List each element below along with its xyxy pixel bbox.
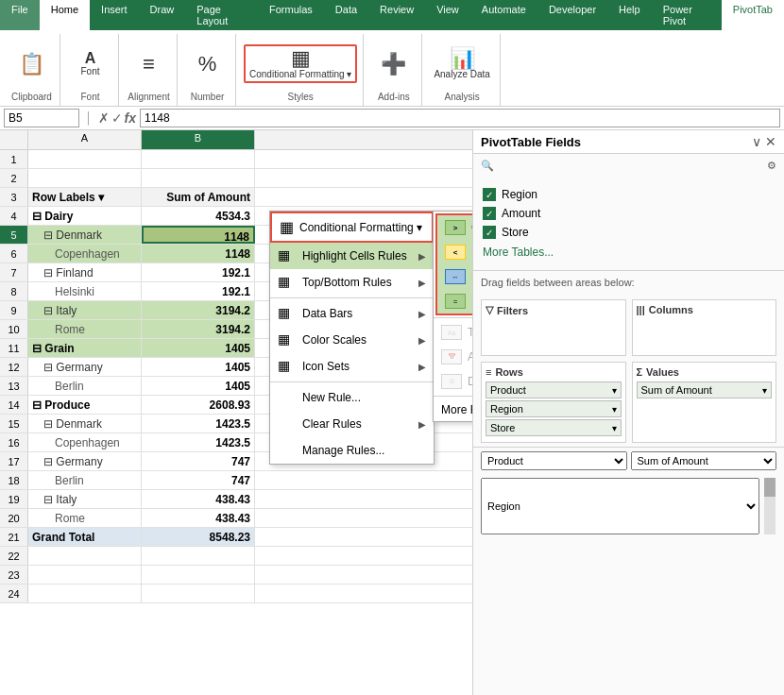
alignment-btn[interactable]: ≡: [130, 52, 168, 76]
cell-b5[interactable]: 1148: [142, 226, 255, 244]
tab-review[interactable]: Review: [368, 0, 425, 30]
name-box[interactable]: [4, 109, 79, 127]
field-region[interactable]: ✓ Region: [481, 185, 776, 204]
more-rules-item[interactable]: More Rules...: [434, 398, 472, 421]
cell-b20[interactable]: 438.43: [142, 509, 255, 527]
cell-a14[interactable]: ⊟ Produce: [28, 396, 142, 414]
cell-a3[interactable]: Row Labels ▾: [28, 188, 142, 206]
cell-b3[interactable]: Sum of Amount: [142, 188, 255, 206]
cell-a2[interactable]: [28, 169, 142, 187]
formula-input[interactable]: [140, 109, 780, 127]
formula-check-icon[interactable]: ✗: [98, 110, 110, 126]
formula-fx-icon[interactable]: fx: [125, 110, 136, 126]
more-tables-link[interactable]: More Tables...: [481, 242, 776, 263]
rows-store-item[interactable]: Store ▾: [486, 419, 622, 436]
field-store[interactable]: ✓ Store: [481, 223, 776, 242]
cell-a24[interactable]: [28, 585, 142, 602]
rows-store-chevron[interactable]: ▾: [612, 423, 617, 433]
clipboard-btn[interactable]: 📋: [13, 52, 51, 76]
new-rule-item[interactable]: New Rule...: [270, 384, 434, 411]
cell-b11[interactable]: 1405: [142, 339, 255, 357]
cell-b12[interactable]: 1405: [142, 358, 255, 376]
cell-a15[interactable]: ⊟ Denmark: [28, 415, 142, 432]
tab-data[interactable]: Data: [324, 0, 368, 30]
cell-b8[interactable]: 192.1: [142, 282, 255, 300]
cell-a23[interactable]: [28, 566, 142, 584]
cell-a4[interactable]: ⊟ Dairy: [28, 207, 142, 225]
tab-pivottab[interactable]: PivotTab: [722, 0, 784, 30]
manage-rules-item[interactable]: Manage Rules...: [270, 437, 434, 464]
cell-b4[interactable]: 4534.3: [142, 207, 255, 225]
cell-b13[interactable]: 1405: [142, 377, 255, 395]
cell-a17[interactable]: ⊟ Germany: [28, 452, 142, 470]
cell-b21[interactable]: 8548.23: [142, 528, 255, 546]
cell-b18[interactable]: 747: [142, 471, 255, 489]
between-item[interactable]: ↔ Between...: [437, 264, 472, 289]
color-scales-item[interactable]: ▦ Color Scales ▶: [270, 327, 434, 353]
cell-a20[interactable]: Rome: [28, 509, 142, 527]
cell-b24[interactable]: [142, 585, 255, 602]
cell-a5[interactable]: ⊟ Denmark: [28, 226, 142, 244]
cell-b14[interactable]: 2608.93: [142, 396, 255, 414]
addins-btn[interactable]: ➕: [375, 52, 413, 76]
sum-amount-dropdown[interactable]: Sum of Amount: [631, 451, 777, 470]
amount-checkbox[interactable]: ✓: [483, 207, 496, 220]
cell-a13[interactable]: Berlin: [28, 377, 142, 395]
vertical-scrollbar[interactable]: [764, 478, 775, 534]
rows-product-item[interactable]: Product ▾: [486, 381, 622, 398]
greater-than-item[interactable]: > Greater Than...: [437, 215, 472, 240]
field-amount[interactable]: ✓ Amount: [481, 204, 776, 223]
cell-a10[interactable]: Rome: [28, 320, 142, 338]
tab-automate[interactable]: Automate: [470, 0, 537, 30]
cell-b17[interactable]: 747: [142, 452, 255, 470]
values-sum-item[interactable]: Sum of Amount ▾: [637, 381, 773, 398]
tab-page-layout[interactable]: Page Layout: [185, 0, 258, 30]
col-header-b[interactable]: B: [142, 130, 255, 149]
region-checkbox[interactable]: ✓: [483, 188, 496, 201]
tab-file[interactable]: File: [0, 0, 40, 30]
tab-draw[interactable]: Draw: [139, 0, 186, 30]
cell-a19[interactable]: ⊟ Italy: [28, 490, 142, 508]
rows-product-chevron[interactable]: ▾: [612, 385, 617, 396]
cell-b23[interactable]: [142, 566, 255, 584]
analyze-btn[interactable]: 📊Analyze Data: [430, 46, 493, 81]
rows-region-chevron[interactable]: ▾: [612, 404, 617, 415]
col-header-a[interactable]: A: [28, 130, 142, 149]
cell-b16[interactable]: 1423.5: [142, 433, 255, 451]
tab-formulas[interactable]: Formulas: [258, 0, 324, 30]
values-sum-chevron[interactable]: ▾: [762, 385, 767, 396]
tab-view[interactable]: View: [425, 0, 470, 30]
tab-developer[interactable]: Developer: [537, 0, 607, 30]
cell-b19[interactable]: 438.43: [142, 490, 255, 508]
cell-a21[interactable]: Grand Total: [28, 528, 142, 546]
cond-fmt-btn[interactable]: ▦ Conditional Formatting ▾: [244, 44, 357, 83]
scrollbar-thumb[interactable]: [764, 478, 775, 497]
data-bars-item[interactable]: ▦ Data Bars ▶: [270, 300, 434, 327]
tab-power-pivot[interactable]: Power Pivot: [652, 0, 722, 30]
cell-b9[interactable]: 3194.2: [142, 301, 255, 319]
cell-a9[interactable]: ⊟ Italy: [28, 301, 142, 319]
highlight-cells-rules-item[interactable]: ▦ Highlight Cells Rules ▶: [270, 243, 434, 269]
formula-x-icon[interactable]: ✓: [111, 110, 123, 126]
text-contains-item[interactable]: Aa Text that Contains...: [434, 320, 472, 345]
region-dropdown[interactable]: Region: [481, 478, 759, 534]
tab-insert[interactable]: Insert: [90, 0, 139, 30]
rows-region-item[interactable]: Region ▾: [486, 400, 622, 417]
tab-help[interactable]: Help: [607, 0, 652, 30]
top-bottom-rules-item[interactable]: ▦ Top/Bottom Rules ▶: [270, 269, 434, 296]
clear-rules-item[interactable]: Clear Rules ▶: [270, 411, 434, 437]
product-dropdown[interactable]: Product: [481, 451, 627, 470]
duplicate-values-item[interactable]: ⧉ Duplicate Values...: [434, 369, 472, 394]
cell-a6[interactable]: Copenhagen: [28, 245, 142, 263]
cell-b1[interactable]: [142, 150, 255, 168]
equal-to-item[interactable]: = Equal To...: [437, 289, 472, 314]
cell-a11[interactable]: ⊟ Grain: [28, 339, 142, 357]
number-btn[interactable]: %: [189, 52, 227, 76]
cell-a22[interactable]: [28, 547, 142, 565]
date-occurring-item[interactable]: 📅 A Date Occurring...: [434, 345, 472, 369]
tab-home[interactable]: Home: [40, 0, 90, 30]
font-btn[interactable]: AFont: [72, 49, 110, 78]
icon-sets-item[interactable]: ▦ Icon Sets ▶: [270, 353, 434, 380]
cell-b6[interactable]: 1148: [142, 245, 255, 263]
cell-b10[interactable]: 3194.2: [142, 320, 255, 338]
